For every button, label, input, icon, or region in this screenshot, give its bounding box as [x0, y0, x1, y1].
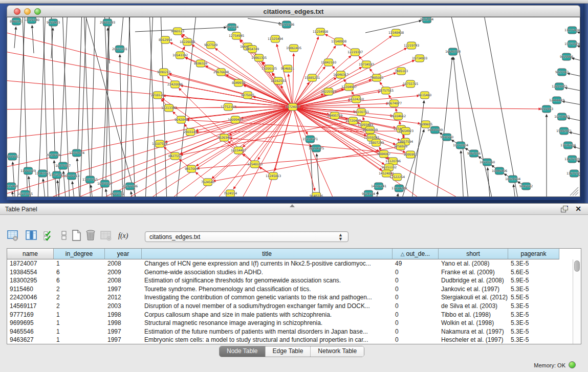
graph-node-label: 17957255	[82, 178, 98, 181]
graph-node-label: 18226058	[180, 40, 195, 43]
cell-name: 9465546	[7, 327, 54, 336]
column-header-in_degree[interactable]: in_degree	[54, 249, 105, 259]
cell-in_degree: 2	[54, 285, 105, 294]
graph-node-label: 8095992	[404, 152, 417, 156]
cell-name: 18300295	[7, 276, 54, 285]
table-row[interactable]: 1872400712008Changes of HCN gene express…	[7, 259, 573, 268]
cell-name: 18724007	[7, 259, 54, 268]
cell-in_degree: 1	[54, 319, 105, 327]
table-panel-title: Table Panel	[5, 206, 37, 213]
network-window: citations_edges.txt 18724007986012389129…	[7, 5, 580, 200]
cell-in_degree: 6	[54, 268, 105, 277]
tab-node-table[interactable]: Node Table	[220, 346, 266, 357]
new-table-icon[interactable]	[70, 229, 83, 243]
table-row[interactable]: 946362711997Embryonic stem cells: a mode…	[7, 336, 573, 344]
table-row[interactable]: 969969511998Structural magnetic resonanc…	[7, 319, 573, 327]
cell-in_degree: 1	[54, 327, 105, 336]
cell-year: 2008	[105, 276, 142, 285]
delete-table-disabled-icon	[99, 229, 113, 243]
float-panel-icon[interactable]	[560, 205, 570, 213]
graph-node-label: 19218586	[279, 23, 294, 26]
graph-node-label: 18807249	[368, 141, 384, 144]
close-panel-icon[interactable]: ✕	[575, 205, 582, 213]
graph-node-label: 8912954	[159, 38, 172, 41]
cell-in_degree: 2	[54, 302, 105, 311]
graph-node-label: 14524851	[379, 171, 394, 175]
column-header-out_degree[interactable]: △out_de...	[393, 249, 439, 259]
graph-node-label: 16104612	[390, 114, 406, 118]
graph-node-label: 18757515	[378, 89, 394, 92]
graph-node-label: 9860123	[171, 29, 184, 33]
graph-node-label: 11725340	[24, 18, 39, 21]
graph-node-label: 16162581	[271, 79, 286, 82]
graph-node-label: 9129966	[560, 55, 573, 58]
cell-pagerank: 5.3E-5	[508, 327, 559, 336]
table-row[interactable]: 946554611997Estimation of the future num…	[7, 327, 573, 336]
graph-node-label: 12213342	[161, 106, 177, 110]
table-row[interactable]: 977716911998Corpus callosum shape and si…	[7, 311, 573, 319]
cell-year: 1998	[105, 319, 142, 327]
table-row[interactable]: 1938455462009Genome-wide association stu…	[7, 268, 573, 277]
graph-node-label: 10688609	[362, 128, 378, 132]
citation-graph[interactable]: 1872400798601238912954182260589827509105…	[7, 17, 580, 196]
tab-edge-table[interactable]: Edge Table	[266, 346, 311, 357]
column-header-short[interactable]: short	[439, 249, 508, 259]
network-canvas[interactable]: 1872400798601238912954182260589827509105…	[7, 17, 580, 197]
node-table: namein_degreeyeartitle△out_de...shortpag…	[7, 248, 581, 344]
graph-node-label: 10674877	[386, 101, 402, 105]
scrollbar-thumb[interactable]	[574, 260, 580, 272]
cytoscape-screen: { "window": { "title": "citations_edges.…	[0, 0, 588, 372]
cell-short: Jankovic et al. (1997)	[439, 285, 508, 294]
graph-node-label: 7485083	[370, 76, 383, 79]
tab-network-table[interactable]: Network Table	[311, 346, 364, 357]
table-row[interactable]: 1456911722003Disruption of a novel membe…	[7, 302, 573, 311]
cell-in_degree: 2	[54, 293, 105, 302]
table-row[interactable]: 2242004622012Investigating the contribut…	[7, 293, 573, 302]
select-columns-icon[interactable]	[42, 229, 55, 243]
cell-title: Structural magnetic resonance image aver…	[142, 319, 393, 327]
table-panel-titlebar: Table Panel ✕	[0, 204, 588, 215]
graph-node-label: 7624540	[201, 180, 214, 184]
table-options-icon[interactable]	[6, 229, 19, 243]
graph-node-label: 8960143	[10, 19, 23, 23]
cell-title: Investigating the contribution of common…	[142, 293, 393, 302]
graph-node-label: 16505051	[7, 155, 20, 158]
graph-node-label: 18220323	[321, 90, 336, 93]
graph-node-label: 9115460	[418, 93, 431, 97]
graph-node-label: 9315460	[7, 184, 18, 188]
network-window-titlebar[interactable]: citations_edges.txt	[7, 5, 580, 17]
column-header-pagerank[interactable]: pagerank	[508, 249, 559, 259]
status-bar: Memory: OK	[0, 359, 588, 372]
column-header-year[interactable]: year	[105, 249, 142, 259]
delete-table-icon[interactable]	[84, 229, 97, 243]
graph-node-label: 18755715	[403, 82, 418, 85]
function-builder-icon[interactable]: f(x)	[117, 229, 130, 243]
cell-short: Stergiakouli et al. (2012)	[439, 293, 508, 302]
svg-text:f(x): f(x)	[118, 232, 128, 240]
cell-title: Estimation of the future numbers of pati…	[142, 327, 393, 336]
table-tabs: Node Table Edge Table Network Table	[219, 346, 364, 357]
graph-node-label: 10732804	[453, 143, 468, 147]
column-header-title[interactable]: title	[142, 249, 393, 259]
row-height-icon[interactable]	[57, 229, 71, 243]
cell-pagerank: 5.3E-5	[508, 259, 559, 268]
table-selector[interactable]: citations_edges.txt ▲▼	[145, 231, 349, 242]
table-row[interactable]: 911546021997Tourette syndrome. Phenomeno…	[7, 285, 573, 294]
column-header-name[interactable]: name	[7, 249, 54, 259]
table-row[interactable]: 1830029562008Estimation of significance …	[7, 276, 573, 285]
graph-node-label: 8049939	[232, 81, 245, 84]
graph-node-label: 10099487	[228, 118, 243, 121]
graph-node-label: 11568129	[20, 169, 36, 172]
cell-year: 1998	[105, 311, 142, 319]
graph-node-label: 7957224	[225, 25, 238, 29]
graph-node-label: 9275085	[241, 93, 254, 97]
graph-node-label: 18024504	[505, 177, 520, 181]
graph-node-label: 9827509	[204, 43, 217, 47]
vertical-scrollbar[interactable]	[573, 259, 581, 344]
show-columns-icon[interactable]	[25, 229, 38, 243]
cell-title: Changes of HCN gene expression and I(f) …	[142, 259, 393, 268]
splitter-caret-icon[interactable]	[290, 204, 295, 207]
graph-node-label: 9938560	[440, 135, 453, 139]
cell-title: Corpus callosum shape and size in male p…	[142, 311, 393, 319]
graph-node-label: 9146821	[281, 67, 294, 70]
